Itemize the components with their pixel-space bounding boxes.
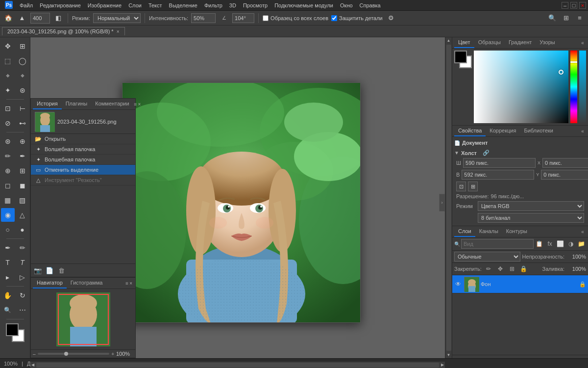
tab-histogram[interactable]: Гистограмма (67, 278, 107, 289)
layers-adj-btn[interactable]: ◑ (566, 239, 575, 249)
mode-select[interactable]: Цвета RGB (478, 201, 584, 211)
scroll-right-btn[interactable]: ▶ (440, 363, 445, 367)
tool-brush[interactable]: ✏ (1, 149, 15, 163)
tool-bg-eraser[interactable]: ◼ (16, 179, 29, 192)
tool-eraser[interactable]: ◻ (1, 179, 15, 192)
toolbar-extra-btn[interactable]: ⚙ (386, 13, 396, 24)
tab-correction[interactable]: Коррекция (486, 126, 520, 136)
props-panel-collapse-btn[interactable]: « (579, 128, 586, 134)
layers-panel-collapse-btn[interactable]: « (579, 228, 586, 235)
tab-swatches[interactable]: Образцы (474, 37, 505, 48)
scroll-thumb-v[interactable] (446, 45, 451, 351)
document-tab[interactable]: 2023-04-30_191256.png @ 100% (RGB/8) * × (2, 27, 125, 35)
history-new-doc-btn[interactable]: 📄 (45, 265, 54, 275)
layer-eye-0[interactable]: 👁 (454, 280, 462, 288)
tool-path-sel[interactable]: ▸ (1, 270, 15, 284)
scroll-up-btn[interactable]: ▲ (447, 37, 451, 44)
tab-navigator[interactable]: Навигатор (33, 278, 67, 289)
toolbar-shape-btn[interactable]: ▲ (17, 13, 27, 24)
tool-gradient[interactable]: ▦ (1, 193, 15, 207)
history-menu-btn[interactable]: ≡ (134, 102, 137, 107)
tool-spot-heal[interactable]: ⊛ (1, 134, 15, 148)
props-canvas-header[interactable]: ▼ Холст 🔗 (452, 149, 588, 157)
tool-zoom[interactable]: 🔍 (1, 303, 15, 317)
tool-burn[interactable]: ● (16, 223, 29, 237)
menubar-image[interactable]: Изображение (85, 1, 124, 9)
layers-mask-btn[interactable]: ⬜ (556, 239, 565, 249)
toolbar-all-layers-label[interactable]: Образец со всех слоев (263, 15, 328, 21)
alpha-bar[interactable] (579, 51, 586, 123)
height-input[interactable] (462, 170, 534, 180)
tool-lasso[interactable]: ⌖ (1, 69, 15, 82)
toolbar-all-layers-checkbox[interactable] (263, 15, 269, 21)
menubar-file[interactable]: Файл (17, 1, 36, 9)
tool-freeform-pen[interactable]: ✏ (16, 241, 29, 255)
history-item-1[interactable]: ✦ Волшебная палочка (31, 144, 135, 155)
menubar-app-icon[interactable]: Ps (2, 0, 16, 11)
scroll-left-btn[interactable]: ◀ (30, 363, 35, 367)
tab-channels[interactable]: Каналы (475, 226, 502, 237)
toolbar-protect-checkbox[interactable] (331, 15, 337, 21)
y-input[interactable] (541, 170, 588, 180)
menubar-plugins[interactable]: Подключаемые модули (271, 1, 336, 9)
tool-eyedropper[interactable]: ⊘ (1, 116, 15, 130)
fg-color-mini[interactable] (454, 51, 467, 63)
toolbar-tool-mode-btn[interactable]: ◧ (53, 13, 64, 24)
menubar-filter[interactable]: Фильтр (201, 1, 225, 9)
zoom-slider-thumb[interactable] (64, 352, 68, 356)
props-doc-header[interactable]: 📄 Документ (452, 139, 588, 147)
menubar-3d[interactable]: 3D (226, 1, 239, 9)
menubar-select[interactable]: Выделение (166, 1, 200, 9)
tab-plugins[interactable]: Плагины (62, 99, 92, 109)
lock-all-btn[interactable]: 🔒 (519, 264, 529, 274)
scroll-down-btn[interactable]: ▼ (447, 352, 451, 358)
toolbar-mode-select[interactable]: Нормальный (93, 13, 141, 23)
window-maximize[interactable]: □ (570, 2, 577, 9)
menubar-view[interactable]: Просмотр (240, 1, 270, 9)
tool-blur[interactable]: ◉ (1, 208, 15, 222)
tool-sharpen[interactable]: △ (16, 208, 29, 222)
layers-search-input[interactable] (461, 239, 534, 249)
tool-marquee-ellipse[interactable]: ◯ (16, 54, 29, 68)
hue-bar[interactable] (570, 51, 577, 123)
layers-group-btn[interactable]: 📁 (577, 239, 586, 249)
link-chain-icon[interactable]: 🔗 (483, 150, 490, 156)
layer-lock-0[interactable]: 🔒 (579, 281, 586, 288)
fit-width-btn[interactable]: ⊡ (456, 182, 466, 191)
zoom-in-icon[interactable]: + (111, 351, 114, 357)
tool-text-vert[interactable]: T (16, 256, 29, 269)
history-snapshot-btn[interactable]: 📷 (33, 265, 43, 275)
fit-height-btn[interactable]: ⊞ (468, 182, 478, 191)
menubar-edit[interactable]: Редактирование (37, 1, 84, 9)
window-close[interactable]: × (579, 2, 586, 9)
layer-item-0[interactable]: 👁 Фон 🔒 (452, 275, 588, 293)
tab-comments[interactable]: Комментарии (91, 99, 133, 109)
tool-quick-sel[interactable]: ⊛ (16, 83, 29, 97)
tool-ruler[interactable]: ⊷ (16, 116, 29, 130)
tool-pencil[interactable]: ✒ (16, 149, 29, 163)
toolbar-intensity-input[interactable] (191, 13, 216, 23)
tab-properties[interactable]: Свойства (454, 126, 486, 136)
document-tab-close[interactable]: × (117, 29, 120, 34)
tab-color[interactable]: Цвет (454, 37, 474, 48)
toolbar-workspace-btn[interactable]: ≡ (574, 13, 585, 24)
color-panel-collapse-btn[interactable]: « (579, 39, 586, 46)
tool-lasso-poly[interactable]: ⌖ (16, 69, 29, 82)
history-item-2[interactable]: ✦ Волшебная палочка (31, 155, 135, 165)
history-item-0[interactable]: 📂 Открыть (31, 134, 135, 144)
tool-marquee-rect[interactable]: ⬚ (1, 54, 15, 68)
zoom-out-icon[interactable]: – (33, 351, 36, 357)
tool-move[interactable]: ✥ (1, 39, 15, 53)
menubar-window[interactable]: Окно (337, 1, 356, 9)
navigator-close-btn[interactable]: × (129, 281, 132, 286)
tool-pattern[interactable]: ⊞ (16, 164, 29, 178)
layers-blend-mode-select[interactable]: Обычные (454, 252, 520, 262)
history-item-3[interactable]: ▭ Отменить выделение (31, 165, 135, 175)
horizontal-scrollbar[interactable]: ◀ ▶ (30, 361, 445, 368)
lock-pixels-btn[interactable]: ✏ (484, 264, 493, 274)
tool-text[interactable]: T (1, 256, 15, 269)
x-input[interactable] (542, 158, 588, 168)
lock-artboard-btn[interactable]: ⊞ (507, 264, 517, 274)
width-input[interactable] (463, 158, 536, 168)
tool-crop[interactable]: ⊡ (1, 102, 15, 115)
